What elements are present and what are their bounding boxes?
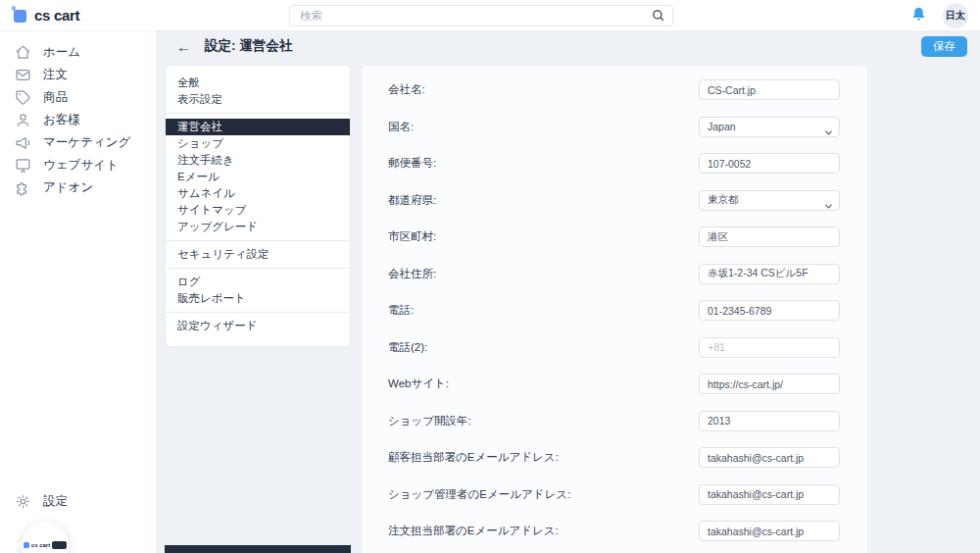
field-label: ショップ管理者のEメールアドレス: [388,487,570,502]
field-label: 会社名: [388,82,425,97]
settings-menu-item-security[interactable]: セキュリティ設定 [166,246,350,263]
orders-email-input[interactable] [699,521,840,541]
page-header: ← 設定: 運営会社 保存 [157,31,980,61]
megaphone-icon [15,134,32,152]
settings-menu-item-upgrade[interactable]: アップグレード [166,219,350,235]
settings-menu-item-general[interactable]: 全般 [166,75,350,91]
cscart-logo[interactable]: cs cart [0,7,79,24]
page-title: 設定: 運営会社 [205,37,292,55]
field-label: 会社住所: [388,267,436,281]
settings-menu-item-thumbnails[interactable]: サムネイル [166,185,350,202]
menu-divider [166,268,350,269]
settings-menu-item-email[interactable]: Eメール [166,169,350,185]
phone-input[interactable] [699,300,840,321]
select-value: Japan [708,121,736,132]
field-label: 国名: [388,120,414,134]
settings-menu-item-company[interactable]: 運営会社 [166,119,350,135]
sidebar-item-label: 設定 [43,493,68,510]
sidebar-item-customers[interactable]: お客様 [0,109,156,131]
website-input[interactable] [699,374,840,394]
topbar: cs cart 日太 [0,0,980,31]
country-select[interactable]: Japan [699,117,840,137]
settings-menu-item-checkout[interactable]: 注文手続き [166,152,350,169]
badge-version-pill [52,541,67,549]
sidebar-item-products[interactable]: 商品 [0,86,156,109]
sidebar-item-label: ウェブサイト [43,157,119,174]
monitor-icon [15,157,32,175]
cscart-logo-text: cs cart [34,7,79,24]
settings-menu: 全般 表示設定 運営会社 ショップ 注文手続き Eメール サムネイル サイトマッ… [165,65,351,347]
user-avatar[interactable]: 日太 [943,3,968,28]
form-row: ショップ開設年: [388,411,840,431]
sidebar-item-label: お客様 [43,112,80,128]
city-input[interactable] [699,226,840,247]
form-row: 会社名: [388,79,840,100]
menu-divider [166,113,350,114]
badge-logo-text: cs cart [31,542,50,548]
field-label: 注文担当部署のEメールアドレス: [388,524,559,538]
back-arrow-icon[interactable]: ← [157,38,205,55]
zipcode-input[interactable] [699,153,840,174]
search-icon[interactable] [651,8,665,26]
sidebar-item-website[interactable]: ウェブサイト [0,154,156,176]
sidebar-item-addons[interactable]: アドオン [0,176,156,199]
settings-menu-item-appearance[interactable]: 表示設定 [166,91,350,108]
search-input[interactable] [289,5,673,26]
field-label: 顧客担当部署のEメールアドレス: [388,450,559,465]
sidebar-item-orders[interactable]: 注文 [0,64,156,86]
main-sidebar: ホーム 注文 商品 お客様 マーケ [0,31,157,553]
field-label: 電話: [388,303,414,318]
admin-email-input[interactable] [699,484,840,505]
form-row: ショップ管理者のEメールアドレス: [388,484,840,505]
notifications-bell-icon[interactable] [910,6,927,26]
sidebar-item-settings[interactable]: 設定 [0,490,156,513]
field-label: Webサイト: [388,377,449,391]
settings-menu-item-logs[interactable]: ログ [166,274,350,290]
chevron-down-icon [824,124,833,141]
company-settings-form: 会社名: 国名: Japan 郵便番号: 都道府県: [361,65,868,553]
settings-menu-item-shop[interactable]: ショップ [166,135,350,152]
select-value: 東京都 [708,193,739,207]
menu-divider [166,312,350,313]
settings-menu-item-sitemap[interactable]: サイトマップ [166,202,350,219]
settings-menu-item-sales-reports[interactable]: 販売レポート [166,290,350,307]
form-row: 会社住所: [388,264,840,284]
form-row: 顧客担当部署のEメールアドレス: [388,447,840,468]
form-row: 郵便番号: [388,153,840,174]
settings-menu-item-wizard[interactable]: 設定ウィザード [166,318,350,334]
gear-icon [15,493,32,511]
sidebar-item-marketing[interactable]: マーケティング [0,131,156,154]
company-name-input[interactable] [699,79,840,100]
form-row: Webサイト: [388,374,840,394]
puzzle-icon [15,179,32,197]
start-year-input[interactable] [699,411,840,431]
sidebar-item-label: マーケティング [43,134,130,151]
field-label: 都道府県: [388,193,436,208]
cscart-version-badge[interactable]: cs cart [22,522,69,553]
sidebar-item-label: アドオン [43,179,93,196]
sidebar-item-home[interactable]: ホーム [0,41,156,64]
form-row: 市区町村: [388,226,840,247]
form-row: 電話(2): [388,337,840,358]
mail-icon [15,67,32,84]
save-button[interactable]: 保存 [921,36,967,57]
state-select[interactable]: 東京都 [699,190,840,211]
sidebar-item-label: ホーム [43,44,80,61]
form-row: 都道府県: 東京都 [388,190,840,211]
field-label: 郵便番号: [388,156,436,171]
support-email-input[interactable] [699,447,840,468]
form-row: 電話: [388,300,840,321]
sidebar-item-label: 商品 [43,89,68,106]
address-input[interactable] [699,264,840,284]
sidebar-item-label: 注文 [43,67,68,83]
phone2-input[interactable] [699,337,840,358]
field-label: 電話(2): [388,340,427,355]
bottom-peek-bar [165,545,351,553]
content-area: ← 設定: 運営会社 保存 全般 表示設定 運営会社 ショップ 注文手続き Eメ… [157,31,980,553]
home-icon [15,44,32,62]
field-label: 市区町村: [388,229,436,244]
tag-icon [15,89,32,107]
menu-divider [166,240,350,241]
form-row: 注文担当部署のEメールアドレス: [388,521,840,541]
cscart-logo-icon [13,8,27,23]
